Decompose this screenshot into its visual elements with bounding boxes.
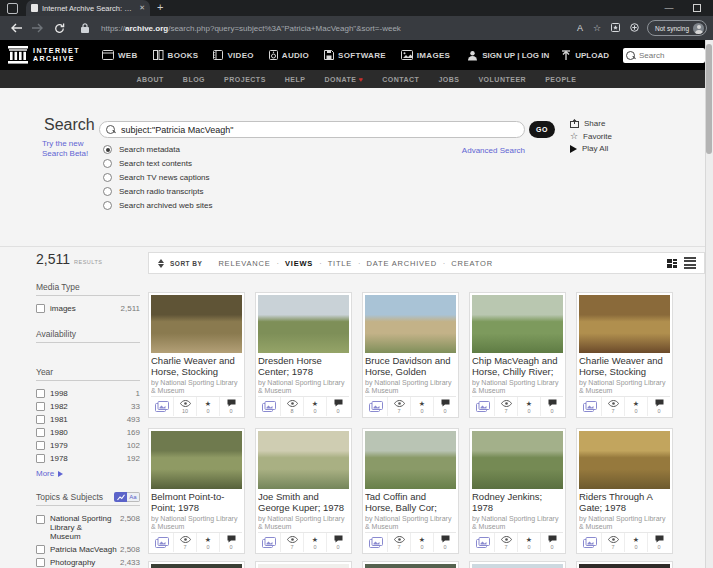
result-creator[interactable]: by National Sporting Library & Museum [472, 515, 563, 531]
subnav-donate[interactable]: DONATE♥ [324, 76, 363, 83]
ia-logo[interactable]: INTERNET ARCHIVE [8, 46, 80, 64]
radio-icon[interactable] [103, 145, 112, 154]
result-tile[interactable]: Belmont Point-to-Point; 1978 by National… [148, 428, 245, 554]
search-beta-link[interactable]: Try the new Search Beta! [42, 139, 88, 159]
subnav-volunteer[interactable]: VOLUNTEER [478, 76, 526, 83]
minimize-button[interactable]: — [656, 0, 682, 16]
radio-icon[interactable] [103, 201, 112, 210]
result-title[interactable]: Chip MacVeagh and Horse, Chilly River; 1… [472, 356, 563, 377]
result-tile-partial[interactable] [576, 561, 673, 568]
result-title[interactable]: Riders Through A Gate; 1978 [579, 492, 670, 513]
main-search-box[interactable] [99, 121, 525, 138]
checkbox-icon[interactable] [36, 402, 45, 411]
back-icon[interactable] [10, 23, 22, 33]
result-creator[interactable]: by National Sporting Library & Museum [579, 379, 670, 395]
checkbox-icon[interactable] [36, 441, 45, 450]
result-creator[interactable]: by National Sporting Library & Museum [365, 379, 456, 395]
subnav-projects[interactable]: PROJECTS [224, 76, 266, 83]
tab-close-icon[interactable]: ✕ [139, 4, 145, 12]
result-title[interactable]: Tad Coffin and Horse, Bally Cor; 1978 [365, 492, 456, 513]
result-title[interactable]: Belmont Point-to-Point; 1978 [151, 492, 242, 513]
list-view-icon[interactable] [684, 257, 696, 269]
facet-year-1982[interactable]: 1982 33 [36, 402, 140, 411]
result-tile[interactable]: Joe Smith and George Kuper; 1978 by Nati… [255, 428, 352, 554]
result-thumbnail[interactable] [579, 295, 670, 353]
result-thumbnail[interactable] [472, 295, 563, 353]
result-tile[interactable]: Bruce Davidson and Horse, Golden Griffen… [362, 292, 459, 418]
facet-year-1981[interactable]: 1981 493 [36, 415, 140, 424]
result-tile[interactable]: Charlie Weaver and Horse, Stocking Stuff… [148, 292, 245, 418]
subnav-contact[interactable]: CONTACT [382, 76, 419, 83]
result-creator[interactable]: by National Sporting Library & Museum [258, 515, 349, 531]
main-search-input[interactable] [119, 124, 518, 136]
result-title[interactable]: Rodney Jenkins; 1978 [472, 492, 563, 513]
result-thumbnail[interactable] [365, 295, 456, 353]
play-all-action[interactable]: Play All [570, 144, 612, 154]
advanced-search-link[interactable]: Advanced Search [440, 146, 525, 155]
refresh-icon[interactable] [54, 23, 65, 34]
sort-alphabetical-button[interactable]: Aa [127, 492, 140, 502]
result-tile[interactable]: Charlie Weaver and Horse, Stocking Stuff… [576, 292, 673, 418]
checkbox-icon[interactable] [36, 415, 45, 424]
subnav-blog[interactable]: BLOG [183, 76, 205, 83]
page-scrollbar-thumb[interactable] [706, 44, 712, 154]
signup-login-label[interactable]: SIGN UP | LOG IN [482, 51, 549, 60]
radio-icon[interactable] [103, 159, 112, 168]
nav-web[interactable]: WEB [102, 50, 138, 60]
account-links[interactable]: SIGN UP | LOG IN [467, 50, 549, 61]
checkbox-icon[interactable] [36, 545, 45, 554]
result-title[interactable]: Charlie Weaver and Horse, Stocking Stuff… [151, 356, 242, 377]
radio-icon[interactable] [103, 173, 112, 182]
sort-creator[interactable]: CREATOR [451, 259, 493, 268]
result-tile[interactable]: Tad Coffin and Horse, Bally Cor; 1978 by… [362, 428, 459, 554]
result-tile[interactable]: Riders Through A Gate; 1978 by National … [576, 428, 673, 554]
facet-year-1998[interactable]: 1998 1 [36, 389, 140, 398]
result-tile[interactable]: Rodney Jenkins; 1978 by National Sportin… [469, 428, 566, 554]
profile-button[interactable]: Not syncing [647, 20, 707, 36]
result-thumbnail[interactable] [258, 295, 349, 353]
header-search-box[interactable] [623, 48, 705, 63]
tiles-view-icon[interactable] [667, 259, 677, 268]
url-bar[interactable]: https://archive.org/search.php?query=sub… [101, 24, 569, 33]
header-search-input[interactable] [637, 50, 701, 61]
subnav-about[interactable]: ABOUT [136, 76, 163, 83]
sort-by-count-icon[interactable] [114, 492, 127, 502]
browser-essentials-icon[interactable] [630, 23, 639, 34]
result-thumbnail[interactable] [258, 431, 349, 489]
checkbox-icon[interactable] [36, 389, 45, 398]
checkbox-icon[interactable] [36, 558, 45, 567]
result-creator[interactable]: by National Sporting Library & Museum [365, 515, 456, 531]
browser-tab[interactable]: Internet Archive Search: subject ✕ [26, 0, 150, 16]
nav-video[interactable]: VIDEO [213, 50, 253, 60]
result-creator[interactable]: by National Sporting Library & Museum [579, 515, 670, 531]
nav-images[interactable]: IMAGES [401, 50, 450, 60]
facet-year-1978[interactable]: 1978 192 [36, 454, 140, 463]
go-button[interactable]: GO [529, 121, 555, 138]
nav-books[interactable]: BOOKS [153, 50, 199, 60]
checkbox-icon[interactable] [36, 454, 45, 463]
radio-icon[interactable] [103, 187, 112, 196]
checkbox-icon[interactable] [36, 428, 45, 437]
subnav-jobs[interactable]: JOBS [438, 76, 459, 83]
result-tile-partial[interactable] [148, 561, 245, 568]
facet-year-1980[interactable]: 1980 169 [36, 428, 140, 437]
option-search-metadata[interactable]: Search metadata [103, 145, 212, 154]
result-thumbnail[interactable] [579, 431, 670, 489]
subnav-people[interactable]: PEOPLE [545, 76, 576, 83]
result-tile-partial[interactable] [362, 561, 459, 568]
forward-icon[interactable] [32, 23, 44, 33]
result-title[interactable]: Joe Smith and George Kuper; 1978 [258, 492, 349, 513]
result-creator[interactable]: by National Sporting Library & Museum [151, 379, 242, 395]
result-tile-partial[interactable] [469, 561, 566, 568]
result-tile[interactable]: Chip MacVeagh and Horse, Chilly River; 1… [469, 292, 566, 418]
result-thumbnail[interactable] [472, 431, 563, 489]
sort-date-archived[interactable]: DATE ARCHIVED [367, 259, 437, 268]
read-aloud-icon[interactable]: A [577, 23, 583, 33]
subnav-help[interactable]: HELP [285, 76, 306, 83]
facet-images[interactable]: images 2,511 [36, 304, 140, 313]
nav-software[interactable]: SOFTWARE [324, 50, 386, 60]
checkbox-icon[interactable] [36, 304, 45, 313]
result-thumbnail[interactable] [151, 295, 242, 353]
upload-link[interactable]: UPLOAD [561, 50, 609, 61]
more-years-link[interactable]: More [36, 469, 140, 478]
